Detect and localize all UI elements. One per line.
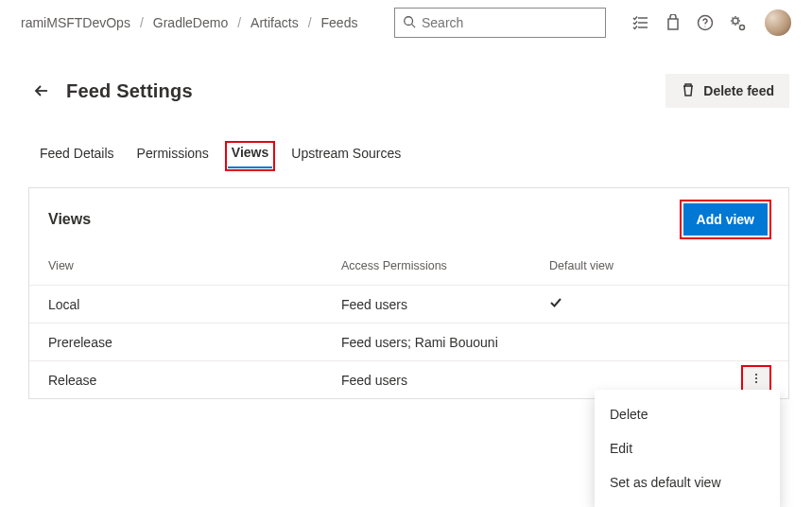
svg-point-6 xyxy=(704,26,705,26)
page-title: Feed Settings xyxy=(66,80,193,102)
cell-view: Release xyxy=(48,373,341,388)
bag-icon[interactable] xyxy=(665,14,682,31)
svg-point-12 xyxy=(755,381,757,383)
search-icon xyxy=(403,15,416,31)
table-header: View Access Permissions Default view xyxy=(29,247,788,285)
svg-point-0 xyxy=(405,16,413,25)
breadcrumb: ramiMSFTDevOps / GradleDemo / Artifacts … xyxy=(21,15,357,30)
cell-access: Feed users xyxy=(341,373,549,388)
tab-feed-details[interactable]: Feed Details xyxy=(38,142,116,170)
breadcrumb-sep: / xyxy=(237,15,241,30)
panel-title: Views xyxy=(48,211,91,228)
cell-view: Local xyxy=(48,297,341,312)
views-panel: Views Add view View Access Permissions D… xyxy=(28,187,789,399)
svg-point-8 xyxy=(740,26,745,30)
top-bar: ramiMSFTDevOps / GradleDemo / Artifacts … xyxy=(0,0,812,45)
search-box[interactable] xyxy=(394,8,606,38)
tab-permissions[interactable]: Permissions xyxy=(135,142,211,170)
page-header: Feed Settings Delete feed xyxy=(0,45,812,108)
menu-item-edit[interactable]: Edit xyxy=(595,431,780,465)
svg-point-11 xyxy=(755,377,757,379)
cell-access: Feed users xyxy=(341,297,549,312)
col-view: View xyxy=(48,259,341,272)
breadcrumb-item[interactable]: ramiMSFTDevOps xyxy=(21,15,130,30)
svg-point-10 xyxy=(755,374,757,376)
menu-item-delete[interactable]: Delete xyxy=(595,397,780,431)
table-row[interactable]: Local Feed users xyxy=(29,285,788,323)
svg-line-1 xyxy=(412,24,416,27)
back-button[interactable] xyxy=(30,79,53,102)
breadcrumb-sep: / xyxy=(140,15,144,30)
list-icon[interactable] xyxy=(632,14,649,31)
breadcrumb-sep: / xyxy=(308,15,312,30)
table-row[interactable]: Prerelease Feed users; Rami Bououni xyxy=(29,323,788,360)
breadcrumb-item[interactable]: Feeds xyxy=(321,15,358,30)
search-input[interactable] xyxy=(422,15,597,30)
cell-access: Feed users; Rami Bououni xyxy=(341,335,549,350)
col-default: Default view xyxy=(549,259,691,272)
context-menu: Delete Edit Set as default view xyxy=(595,390,780,507)
more-vertical-icon xyxy=(750,372,763,388)
panel-header: Views Add view xyxy=(29,188,788,247)
cell-view: Prerelease xyxy=(48,335,341,350)
breadcrumb-item[interactable]: GradleDemo xyxy=(153,15,228,30)
add-view-button[interactable]: Add view xyxy=(683,203,768,236)
col-access: Access Permissions xyxy=(341,259,549,272)
breadcrumb-item[interactable]: Artifacts xyxy=(251,15,299,30)
default-check-icon xyxy=(549,296,691,312)
help-icon[interactable] xyxy=(697,14,714,31)
svg-point-7 xyxy=(733,18,738,24)
top-icons xyxy=(632,9,791,36)
settings-icon[interactable] xyxy=(729,14,746,31)
avatar[interactable] xyxy=(765,9,791,36)
tab-views[interactable]: Views xyxy=(226,142,274,170)
menu-item-set-default[interactable]: Set as default view xyxy=(595,465,780,499)
delete-feed-button[interactable]: Delete feed xyxy=(665,74,789,108)
tabs: Feed Details Permissions Views Upstream … xyxy=(0,108,812,170)
tab-upstream-sources[interactable]: Upstream Sources xyxy=(289,142,403,170)
trash-icon xyxy=(681,82,696,100)
delete-feed-label: Delete feed xyxy=(703,83,774,98)
